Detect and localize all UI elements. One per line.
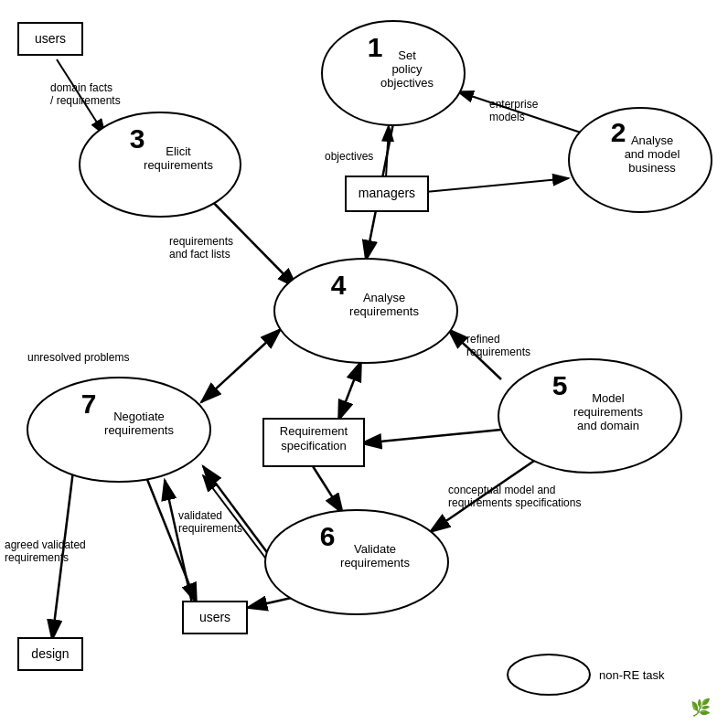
label-5c: and domain xyxy=(577,419,639,432)
label-req-fact2: and fact lists xyxy=(169,248,230,261)
number-2: 2 xyxy=(611,117,626,147)
label-1b: policy xyxy=(391,62,423,76)
label-4a: Analyse xyxy=(363,291,405,304)
number-5: 5 xyxy=(552,370,568,400)
label-7a: Negotiate xyxy=(113,410,165,423)
edge-users-n7 xyxy=(165,480,192,603)
label-refined: refined xyxy=(466,333,500,346)
label-1c: objectives xyxy=(380,76,434,90)
number-7: 7 xyxy=(81,389,97,419)
label-conceptual: conceptual model and xyxy=(448,484,555,496)
label-6a: Validate xyxy=(354,542,396,556)
label-unresolved: unresolved problems xyxy=(27,351,129,364)
label-agreed: agreed validated xyxy=(5,538,86,551)
label-enterprise2: models xyxy=(489,111,525,123)
watermark: 🌿 xyxy=(691,697,712,718)
label-reqspec-b: specification xyxy=(281,439,347,452)
label-reqspec-a: Requirement xyxy=(280,424,348,438)
label-2c: business xyxy=(628,161,676,175)
label-5b: requirements xyxy=(573,405,643,419)
diagram: domain facts / requirements enterprise m… xyxy=(0,0,728,724)
number-4: 4 xyxy=(331,270,347,300)
edge-managers-n2 xyxy=(425,178,569,192)
legend-ellipse xyxy=(508,655,590,695)
label-3b: requirements xyxy=(144,158,213,172)
label-validated2: requirements xyxy=(178,522,242,535)
label-3a: Elicit xyxy=(166,144,191,158)
edge-n7-users xyxy=(146,477,197,603)
number-1: 1 xyxy=(368,32,383,62)
label-2b: and model xyxy=(625,147,680,161)
label-managers: managers xyxy=(359,186,415,200)
edge-n5-reqspec xyxy=(361,430,501,443)
edge-n4-reqspec xyxy=(338,361,361,421)
label-design: design xyxy=(31,646,69,661)
label-domain-facts: domain facts xyxy=(50,81,112,94)
number-6: 6 xyxy=(320,521,336,551)
edge-n4-n7 xyxy=(201,329,281,402)
number-3: 3 xyxy=(130,123,145,154)
label-4b: requirements xyxy=(349,304,419,318)
label-objectives: objectives xyxy=(325,150,373,163)
label-agreed2: requirements xyxy=(5,551,69,564)
legend-label: non-RE task xyxy=(599,668,665,682)
label-5a: Model xyxy=(592,391,625,405)
label-users-bot: users xyxy=(199,610,230,624)
edge-reqspec-n6 xyxy=(313,466,343,514)
label-enterprise: enterprise xyxy=(489,98,539,111)
label-domain-facts2: / requirements xyxy=(50,94,121,107)
label-6b: requirements xyxy=(340,556,410,570)
label-users-top: users xyxy=(35,31,66,46)
label-refined2: requirements xyxy=(466,346,530,358)
label-req-fact: requirements xyxy=(169,235,233,248)
label-2a: Analyse xyxy=(631,133,673,147)
label-7b: requirements xyxy=(104,423,174,437)
label-1a: Set xyxy=(398,48,416,62)
label-validated: validated xyxy=(178,509,222,522)
label-conceptual2: requirements specifications xyxy=(448,496,581,509)
